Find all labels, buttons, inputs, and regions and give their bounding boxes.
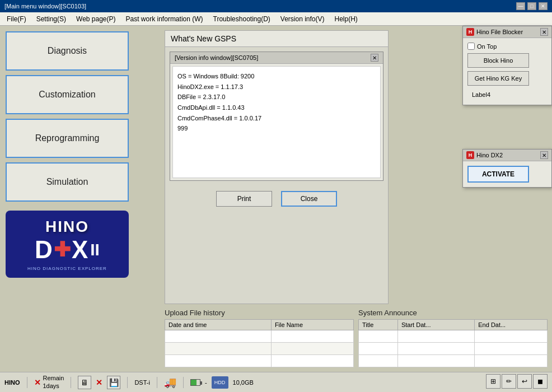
menu-file[interactable]: File(F) [2, 14, 31, 24]
menu-help[interactable]: Help(H) [330, 14, 362, 24]
on-top-checkbox[interactable] [467, 43, 475, 50]
version-line-3: CmdDbApi.dll = 1.1.0.43 [177, 102, 376, 113]
whats-new-title: What's New GSPS [165, 31, 388, 47]
computer-icon: 🖥 [81, 378, 88, 387]
get-hino-kg-button[interactable]: Get Hino KG Key [467, 71, 529, 86]
hino-dx2-content: ACTIVATE [463, 161, 551, 187]
title-bar: [Main menu window][SC0103] — □ ✕ [0, 0, 552, 12]
close-panel-button[interactable]: Close [281, 191, 337, 207]
logo-subtitle: HINO DIAGNOSTIC EXPLORER [27, 266, 107, 271]
on-top-row: On Top [467, 43, 547, 50]
sidebar-btn-simulation[interactable]: Simulation [6, 162, 129, 202]
logo-hino-text: HINO [45, 218, 89, 236]
hino-label: HINO [4, 379, 20, 386]
col-filename: File Name [271, 320, 353, 330]
col-startdat: Start Dat... [397, 320, 474, 330]
hino-dx2-titlebar: H Hino DX2 ✕ [463, 150, 551, 161]
divider-1 [27, 377, 27, 388]
hino-dx2-title: Hino DX2 [476, 152, 503, 158]
version-info-close[interactable]: ✕ [371, 54, 378, 62]
system-announce-section: System Announce Title Start Dat... End D… [358, 309, 548, 367]
logo-cross-symbol: ✚ [54, 238, 71, 262]
block-hino-button[interactable]: Block Hino [467, 53, 529, 68]
window-title: [Main menu window][SC0103] [4, 3, 86, 10]
menu-webpage[interactable]: Web page(P) [72, 14, 120, 24]
truck-icon: 🚚 [164, 376, 176, 389]
storage-label: HDD [214, 380, 226, 385]
dsti-label: DST-i [134, 379, 150, 386]
system-announce-title: System Announce [358, 309, 548, 317]
title-controls: — □ ✕ [516, 2, 548, 10]
hdd-icon-btn[interactable]: 💾 [107, 376, 120, 389]
col-title: Title [359, 320, 398, 330]
hino-file-blocker-title: Hino File Blocker [476, 29, 523, 35]
hino-file-blocker-window: H Hino File Blocker ✕ On Top Block Hino … [462, 26, 552, 105]
menu-versioninfo[interactable]: Version info(V) [276, 14, 329, 24]
toolbar-btn-3[interactable]: ↩ [517, 374, 532, 389]
toolbar-btn-1[interactable]: ⊞ [486, 374, 500, 389]
sidebar-btn-customization[interactable]: Customization [6, 75, 129, 114]
divider-4 [157, 377, 157, 388]
version-line-0: OS = Windows 8Build: 9200 [177, 71, 376, 82]
toolbar-btn-4[interactable]: ◼ [533, 374, 548, 389]
hino-dx2-close[interactable]: ✕ [540, 151, 548, 159]
days-label: 1days [43, 382, 64, 390]
activate-button[interactable]: ACTIVATE [467, 166, 529, 183]
sidebar: Diagnosis Customization Reprogramming Si… [0, 26, 160, 372]
logo-dx-main: D [35, 236, 53, 264]
dx2-title-icon: H [466, 151, 474, 159]
dsti-status: DST-i [134, 379, 150, 386]
label4: Label4 [467, 89, 547, 100]
hino-dx2-window: H Hino DX2 ✕ ACTIVATE [462, 149, 552, 188]
computer-icon-btn[interactable]: 🖥 [78, 376, 91, 389]
hino-status: HINO [4, 379, 20, 386]
toolbar-btn-2[interactable]: ✏ [502, 374, 516, 389]
menu-troubleshooting[interactable]: Troubleshooting(D) [209, 14, 275, 24]
table-row [165, 330, 354, 343]
version-line-4: CmdComPhase4.dll = 1.0.0.17 [177, 113, 376, 124]
whats-new-panel: What's New GSPS [Version info window][SC… [165, 30, 389, 304]
battery-dash: - [205, 379, 207, 386]
main-area: Diagnosis Customization Reprogramming Si… [0, 26, 552, 372]
version-content: OS = Windows 8Build: 9200 HinoDX2.exe = … [172, 66, 381, 178]
bottom-area: Upload File history Date and time File N… [165, 309, 548, 367]
maximize-button[interactable]: □ [527, 2, 536, 10]
on-top-label: On Top [477, 43, 497, 50]
divider-5 [183, 377, 184, 388]
content-area: What's New GSPS [Version info window][SC… [160, 26, 552, 372]
truck-status: 🚚 [164, 376, 176, 389]
sidebar-btn-diagnosis[interactable]: Diagnosis [6, 31, 129, 71]
col-enddat: End Dat... [475, 320, 548, 330]
status-bar: HINO ✕ Remain 1days 🖥 ✕ 💾 DST-i 🚚 - HDD … [0, 372, 552, 392]
remain-label: Remain [43, 375, 64, 382]
upload-history-table: Date and time File Name [165, 319, 354, 367]
sidebar-btn-reprogramming[interactable]: Reprogramming [6, 119, 129, 158]
storage-icon: HDD [212, 376, 228, 389]
remain-status: ✕ Remain 1days [34, 375, 64, 389]
logo-dx-text: D ✚ X II [35, 236, 100, 264]
version-info-window: [Version info window][SC0705] ✕ OS = Win… [170, 52, 383, 181]
table-row [165, 355, 354, 367]
logo-ii: II [90, 240, 100, 259]
version-line-1: HinoDX2.exe = 1.1.17.3 [177, 82, 376, 92]
hino-logo: HINO D ✚ X II HINO DIAGNOSTIC EXPLORER [6, 211, 129, 278]
print-button[interactable]: Print [216, 191, 272, 207]
hino-file-blocker-titlebar: H Hino File Blocker ✕ [463, 26, 551, 38]
panel-buttons: Print Close [165, 185, 388, 212]
menu-pastwork[interactable]: Past work information (W) [121, 14, 208, 24]
hino-file-blocker-content: On Top Block Hino Get Hino KG Key Label4 [463, 38, 551, 105]
table-row [359, 355, 548, 367]
hdd-size: 10,0GB [233, 379, 254, 386]
hdd-icon: 💾 [109, 378, 119, 387]
divider-3 [127, 377, 128, 388]
logo-dx-x: X [72, 236, 88, 264]
menu-setting[interactable]: Setting(S) [32, 14, 71, 24]
red-x-icon-2: ✕ [96, 378, 102, 387]
system-announce-table: Title Start Dat... End Dat... [358, 319, 548, 367]
close-button[interactable]: ✕ [539, 2, 548, 10]
upload-history-title: Upload File history [165, 309, 354, 317]
battery-icon [190, 379, 200, 386]
divider-2 [71, 377, 71, 388]
hino-file-blocker-close[interactable]: ✕ [540, 28, 548, 36]
minimize-button[interactable]: — [516, 2, 525, 10]
